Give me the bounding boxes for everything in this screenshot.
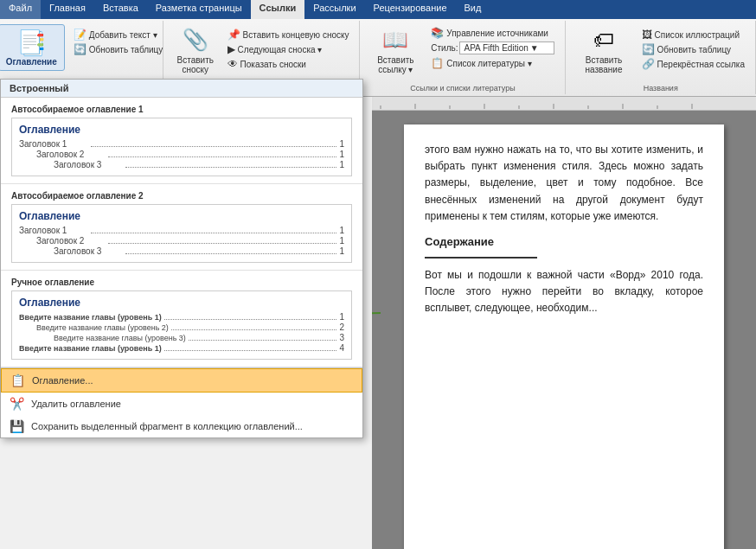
- next-footnote-icon: ▶: [227, 43, 235, 55]
- toc-button-label: Оглавление: [6, 57, 57, 67]
- menu-bar: Файл Главная Вставка Разметка страницы С…: [0, 0, 756, 19]
- caption-label: Вставить название: [578, 55, 629, 74]
- captions-ribbon-group: 🏷 Вставить название 🖼 Список иллюстраций…: [566, 21, 756, 94]
- sources-icon: 📚: [431, 27, 444, 39]
- citation-label: Вставить ссылку ▾: [372, 55, 419, 74]
- menu-review[interactable]: Рецензирование: [365, 0, 456, 19]
- toc-dropdown-panel: Встроенный Автособираемое оглавление 1 О…: [0, 79, 363, 97]
- update-icon: 🔄: [74, 43, 86, 55]
- toc-button[interactable]: 📑 Оглавление: [0, 24, 65, 71]
- citations-ribbon-group: 📖 Вставить ссылку ▾ 📚 Управление источни…: [360, 21, 566, 94]
- caption-small-buttons: 🖼 Список иллюстраций 🔄 Обновить таблицу …: [638, 28, 748, 71]
- captions-group-label: Названия: [644, 82, 678, 93]
- footnote-small-buttons: 📌 Вставить концевую сноску ▶ Следующая с…: [224, 28, 353, 71]
- illustrations-icon: 🖼: [642, 29, 652, 41]
- endnote-icon: 📌: [227, 29, 240, 41]
- show-notes-icon: 👁: [227, 58, 238, 70]
- style-selector[interactable]: Стиль: APA Fifth Edition ▼: [427, 41, 558, 55]
- show-notes-button[interactable]: 👁 Показать сноски: [224, 57, 353, 71]
- footnote-label: Вставить сноску: [176, 55, 215, 74]
- citation-small-buttons: 📚 Управление источниками Стиль: APA Fift…: [427, 26, 558, 70]
- citation-icon: 📖: [380, 24, 411, 55]
- menu-home[interactable]: Главная: [41, 0, 94, 19]
- caption-icon: 🏷: [588, 24, 619, 55]
- footnote-icon: 📎: [180, 24, 211, 55]
- insert-citation-button[interactable]: 📖 Вставить ссылку ▾: [367, 22, 424, 76]
- cross-reference-button[interactable]: 🔗 Перекрёстная ссылка: [638, 57, 748, 71]
- bibliography-icon: 📋: [431, 57, 444, 69]
- illustrations-list-button[interactable]: 🖼 Список иллюстраций: [638, 28, 748, 41]
- update-captions-button[interactable]: 🔄 Обновить таблицу: [638, 42, 748, 56]
- update-table-button[interactable]: 🔄 Обновить таблицу: [70, 42, 167, 56]
- cross-ref-icon: 🔗: [642, 58, 655, 70]
- style-dropdown-arrow[interactable]: ▼: [530, 43, 539, 53]
- menu-references[interactable]: Ссылки: [251, 0, 305, 19]
- style-value: APA Fifth Edition: [464, 43, 528, 53]
- insert-endnote-button[interactable]: 📌 Вставить концевую сноску: [224, 28, 353, 41]
- menu-mailings[interactable]: Рассылки: [304, 0, 364, 19]
- menu-layout[interactable]: Разметка страницы: [147, 0, 251, 19]
- toc-section-header: Встроенный: [1, 80, 362, 97]
- insert-footnote-button[interactable]: 📎 Вставить сноску: [170, 22, 221, 76]
- menu-file[interactable]: Файл: [0, 0, 41, 19]
- menu-view[interactable]: Вид: [456, 0, 490, 19]
- bibliography-button[interactable]: 📋 Список литературы ▾: [427, 56, 558, 70]
- add-text-button[interactable]: 📝 Добавить текст ▾: [70, 28, 167, 41]
- next-footnote-button[interactable]: ▶ Следующая сноска ▾: [224, 42, 353, 56]
- citations-group-label: Ссылки и списки литературы: [410, 82, 515, 93]
- style-label: Стиль:: [431, 43, 458, 53]
- manage-sources-button[interactable]: 📚 Управление источниками: [427, 26, 558, 40]
- menu-insert[interactable]: Вставка: [94, 0, 147, 19]
- add-text-icon: 📝: [74, 29, 86, 41]
- update-captions-icon: 🔄: [642, 43, 655, 55]
- toc-small-buttons: 📝 Добавить текст ▾ 🔄 Обновить таблицу: [70, 28, 167, 56]
- style-dropdown[interactable]: APA Fifth Edition ▼: [459, 41, 554, 54]
- toc-icon: 📑: [16, 29, 47, 57]
- insert-caption-button[interactable]: 🏷 Вставить название: [573, 22, 634, 76]
